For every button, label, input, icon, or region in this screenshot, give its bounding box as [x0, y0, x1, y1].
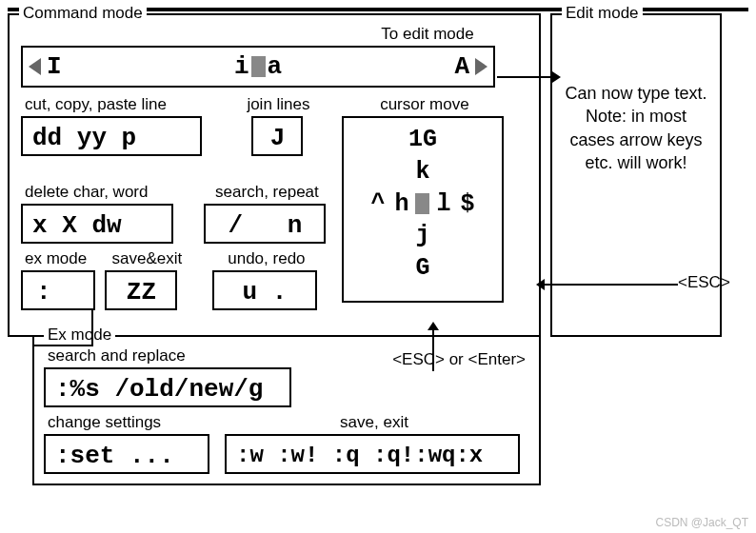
ex-save-exit-label: save, exit: [229, 413, 520, 432]
cursor-dollar: $: [460, 188, 474, 221]
save-exit-box: ZZ: [105, 270, 177, 310]
change-settings-label: change settings: [48, 413, 209, 432]
search-repeat-label: search, repeat: [208, 183, 326, 202]
cursor-move-box: 1G k ^ h l $ j G: [342, 116, 504, 303]
cut-copy-paste-label: cut, copy, paste line: [25, 95, 202, 114]
save-exit-label: save&exit: [109, 249, 185, 268]
edit-mode-text: Can now type text. Note: in most cases a…: [562, 82, 710, 174]
arrow-esc-line: [545, 284, 678, 286]
arrow-to-edit-head-icon: [552, 71, 561, 83]
ex-mode-panel: Ex mode search and replace :%s /old/new/…: [32, 335, 541, 485]
cmd-i: i: [234, 52, 249, 81]
main-layout: Command mode To edit mode I i a A cut, c…: [8, 13, 748, 337]
esc-label: <ESC>: [678, 273, 730, 292]
cursor-k: k: [344, 156, 502, 188]
cmd-A: A: [454, 52, 469, 81]
arrow-esc-enter-v: [432, 329, 434, 371]
search-replace-label: search and replace: [48, 346, 291, 365]
watermark: CSDN @Jack_QT: [655, 516, 748, 529]
arrow-exmode-down-h: [32, 345, 91, 346]
arrow-esc-head-icon: [536, 279, 545, 290]
cut-copy-paste-box: dd yy p: [21, 116, 202, 156]
ex-mode-label: ex mode: [25, 249, 95, 268]
cursor-h: h: [394, 188, 408, 221]
cursor-block-center-icon: [415, 193, 429, 214]
cmd-I: I: [47, 52, 62, 81]
to-edit-mode-label: To edit mode: [326, 25, 529, 44]
command-mode-panel: Command mode To edit mode I i a A cut, c…: [8, 13, 541, 337]
ex-mode-legend: Ex mode: [44, 326, 115, 345]
cursor-block-icon: [251, 56, 266, 77]
delete-box: x X dw: [21, 204, 173, 244]
insert-commands-box: I i a A: [21, 46, 495, 88]
cursor-G: G: [344, 252, 502, 285]
cursor-move-label: cursor move: [346, 95, 504, 114]
cmd-a: a: [268, 52, 283, 81]
cursor-1G: 1G: [344, 124, 502, 156]
search-repeat-box: / n: [204, 204, 326, 244]
triangle-right-icon: [475, 58, 487, 75]
arrow-to-edit-line: [497, 76, 552, 78]
edit-mode-legend: Edit mode: [562, 4, 643, 23]
esc-or-enter-label: <ESC> or <Enter>: [392, 350, 526, 369]
cursor-j: j: [344, 220, 502, 252]
command-mode-legend: Command mode: [19, 4, 147, 23]
undo-redo-box: u .: [212, 270, 317, 310]
delete-label: delete char, word: [25, 183, 173, 202]
search-replace-box: :%s /old/new/g: [44, 367, 291, 407]
triangle-left-icon: [29, 58, 41, 75]
ex-mode-box: :: [21, 270, 95, 310]
cursor-caret: ^: [370, 188, 385, 221]
join-lines-box: J: [251, 116, 303, 156]
arrow-exmode-down-v: [91, 308, 93, 346]
undo-redo-label: undo, redo: [216, 249, 317, 268]
join-lines-label: join lines: [242, 95, 314, 114]
arrow-esc-enter-head-icon: [428, 322, 439, 330]
change-settings-box: :set ...: [44, 434, 209, 474]
ex-save-exit-box: :w :w! :q :q!:wq:x: [225, 434, 520, 474]
cursor-l: l: [436, 188, 450, 221]
